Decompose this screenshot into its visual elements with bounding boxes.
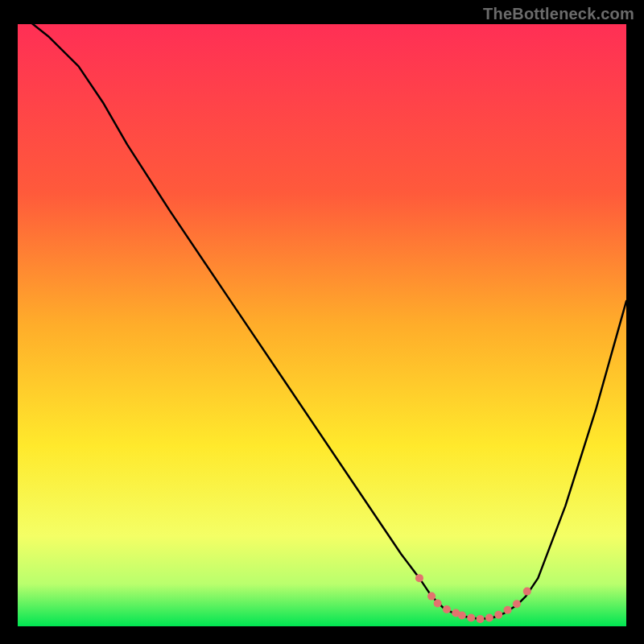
- optimal-zone-marker: [523, 588, 531, 596]
- optimal-zone-marker: [443, 605, 451, 613]
- chart-svg: [18, 24, 626, 626]
- optimal-zone-marker: [458, 612, 466, 620]
- optimal-zone-marker: [434, 600, 442, 608]
- watermark-text: TheBottleneck.com: [483, 5, 634, 23]
- optimal-zone-marker: [494, 611, 502, 619]
- optimal-zone-marker: [427, 592, 436, 601]
- plot-area: [18, 24, 626, 626]
- optimal-zone-marker: [467, 614, 475, 622]
- optimal-zone-marker: [415, 574, 423, 582]
- optimal-zone-marker: [504, 606, 512, 614]
- chart-container: TheBottleneck.com: [0, 0, 644, 644]
- optimal-zone-marker: [513, 600, 521, 608]
- optimal-zone-marker: [477, 615, 485, 623]
- optimal-zone-marker: [485, 614, 493, 622]
